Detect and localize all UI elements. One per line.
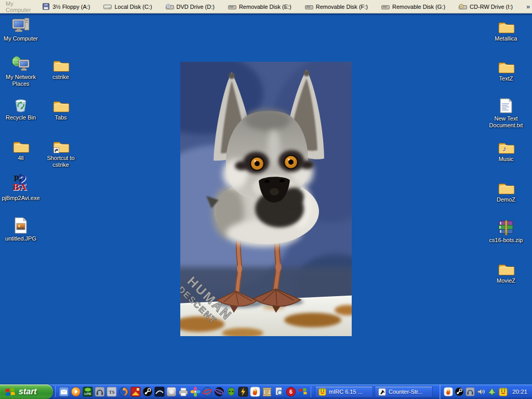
desktop-icon-pjbmp2avi[interactable]: pj 2 BA pjBmp2Avi.exe <box>2 175 39 202</box>
toolbar-item-label: Removable Disk (G:) <box>392 4 445 10</box>
taskbar-button-mirc[interactable]: mIRC 6.15 ... <box>315 386 373 397</box>
start-button[interactable]: start <box>0 384 53 399</box>
cdrw-drive-icon <box>459 3 467 10</box>
desktop-icon-my-network-places[interactable]: My Network Places <box>2 54 39 87</box>
desktop-icon-demoz[interactable]: DemoZ <box>487 176 525 203</box>
taskbar-button-label: Counter-Str... <box>389 389 422 395</box>
folder-icon <box>52 94 70 113</box>
desktop-icon-label: cs16-bots.zip <box>489 237 523 244</box>
toolbar-item-label: 3½ Floppy (A:) <box>52 4 90 10</box>
desktop-icon-untitled-jpg[interactable]: untitled.JPG <box>2 215 39 242</box>
text-file-icon <box>499 95 513 114</box>
winamp-icon[interactable] <box>237 387 248 397</box>
desktop-icon-cs16-bots-zip[interactable]: cs16-bots.zip <box>487 217 525 244</box>
folder-icon <box>498 55 515 74</box>
green-emblem-tray-icon[interactable] <box>487 387 497 396</box>
toolbar-item-dvd-drive-d[interactable]: DVD Drive (D:) <box>166 3 215 10</box>
steam-tray-icon[interactable] <box>455 387 464 396</box>
svg-text:6: 6 <box>289 389 292 395</box>
k-lite-codec-icon[interactable]: LITE <box>82 387 93 397</box>
xp-desktop: { "colors": { "desktop_background": "#14… <box>0 0 532 399</box>
desktop-icon-4ll[interactable]: 4ll <box>2 135 39 162</box>
desktop-icon-label: cstrike <box>52 74 69 81</box>
desktop-icon-metallica[interactable]: Metallica <box>487 15 525 42</box>
counter-strike-icon <box>378 388 386 396</box>
toolbar-item-label: Removable Disk (E:) <box>239 4 291 10</box>
taskbar-button-counter-strike[interactable]: Counter-Str... <box>375 386 433 397</box>
desktop-icon-music[interactable]: ♪ Music <box>487 136 525 163</box>
dark-wave-icon[interactable] <box>154 387 165 397</box>
taskbar-separator <box>311 387 311 397</box>
search-document-icon[interactable] <box>273 387 284 397</box>
toolbar-item-removable-e[interactable]: Removable Disk (E:) <box>228 3 291 10</box>
winrar-archive-icon <box>498 217 514 235</box>
dark-globe-icon[interactable] <box>214 387 224 397</box>
music-note-icon: ♪ <box>503 144 507 153</box>
desktop-icon-tabs[interactable]: Tabs <box>42 94 79 121</box>
removable-disk-icon <box>228 3 236 10</box>
svg-text:LITE: LITE <box>84 392 91 395</box>
pinwheel-icon[interactable] <box>190 387 201 397</box>
desktop-icon-label: Music <box>499 156 514 163</box>
headphones-icon[interactable] <box>94 387 105 397</box>
steam-icon[interactable] <box>142 387 153 397</box>
silver-app-icon[interactable] <box>166 387 177 397</box>
desktop-icon-textz[interactable]: TextZ <box>487 55 525 82</box>
red-globe-icon[interactable] <box>202 387 212 397</box>
desktop-icon-label: My Network Places <box>2 74 39 87</box>
desktop-icon-recycle-bin[interactable]: Recycle Bin <box>2 94 39 121</box>
windows-flag-icon[interactable] <box>297 387 308 397</box>
desktop-icon-label: My Computer <box>4 35 38 42</box>
desktop-icon-cstrike[interactable]: cstrike <box>42 54 79 81</box>
tray-clock[interactable]: 20:21 <box>512 389 527 395</box>
flame-app-icon[interactable] <box>249 387 260 397</box>
drives-toolbar: My Computer 3½ Floppy (A:) Local Disk (C… <box>0 0 532 14</box>
desktop-icon-label: New Text Document.txt <box>487 115 525 129</box>
toolbar-item-label: Local Disk (C:) <box>114 4 152 10</box>
folder-icon <box>12 135 30 153</box>
toolbar-overflow-chevron[interactable]: » <box>526 3 530 10</box>
system-tray: 20:21 <box>440 384 532 399</box>
toolbar-item-removable-g[interactable]: Removable Disk (G:) <box>381 3 445 10</box>
mirc-tray-icon[interactable] <box>498 387 508 396</box>
scroll-icon[interactable] <box>261 387 272 397</box>
media-player-icon[interactable] <box>70 387 81 397</box>
desktop-icon-label: untitled.JPG <box>5 235 36 242</box>
desktop-icon-label: Tabs <box>55 114 66 121</box>
toolbar-item-label: Removable Disk (F:) <box>316 4 368 10</box>
toolbar-item-local-disk-c[interactable]: Local Disk (C:) <box>103 3 152 10</box>
removable-disk-icon <box>381 3 390 10</box>
floppy-drive-icon <box>42 3 50 10</box>
flame-app-tray-icon[interactable] <box>444 387 453 396</box>
my-computer-icon <box>11 15 30 34</box>
taskbar: start LITE TS 6 mIRC 6.15 ... Counter-St… <box>0 384 532 399</box>
green-alien-icon[interactable] <box>225 387 236 397</box>
toolbar-item-label: CD-RW Drive (I:) <box>470 4 513 10</box>
printer-icon[interactable] <box>178 387 189 397</box>
desktop-icon-label: pjBmp2Avi.exe <box>2 195 39 202</box>
folder-shortcut-icon <box>52 135 70 153</box>
folder-icon <box>498 176 515 195</box>
red-six-icon[interactable]: 6 <box>285 387 296 397</box>
desktop-icon-new-text-document[interactable]: New Text Document.txt <box>487 95 525 129</box>
desktop-icon-my-computer[interactable]: My Computer <box>2 15 39 42</box>
folder-icon <box>52 54 70 72</box>
teamspeak-icon[interactable]: TS <box>106 387 117 397</box>
outlook-express-icon[interactable] <box>58 387 69 397</box>
toolbar-item-removable-f[interactable]: Removable Disk (F:) <box>305 3 368 10</box>
headphones-tray-icon[interactable] <box>466 387 475 396</box>
toolbar-item-cdrw-i[interactable]: CD-RW Drive (I:) <box>459 3 513 10</box>
shortcut-arrow-icon <box>54 148 59 153</box>
red-game-icon[interactable] <box>130 387 141 397</box>
desktop-icon-label: 4ll <box>18 155 23 162</box>
firefox-icon[interactable] <box>118 387 129 397</box>
desktop-icon-shortcut-to-cstrike[interactable]: Shortcut to cstrike <box>42 135 79 168</box>
music-folder-icon: ♪ <box>498 136 515 154</box>
desktop-icon-label: Shortcut to cstrike <box>42 155 79 168</box>
toolbar-item-floppy-a[interactable]: 3½ Floppy (A:) <box>42 3 90 10</box>
desktop-icon-moviez[interactable]: MovieZ <box>487 257 525 284</box>
hard-disk-icon <box>103 3 112 10</box>
recycle-bin-icon <box>12 94 29 113</box>
desktop-icon-label: DemoZ <box>497 196 515 203</box>
volume-tray-icon[interactable] <box>476 387 486 396</box>
